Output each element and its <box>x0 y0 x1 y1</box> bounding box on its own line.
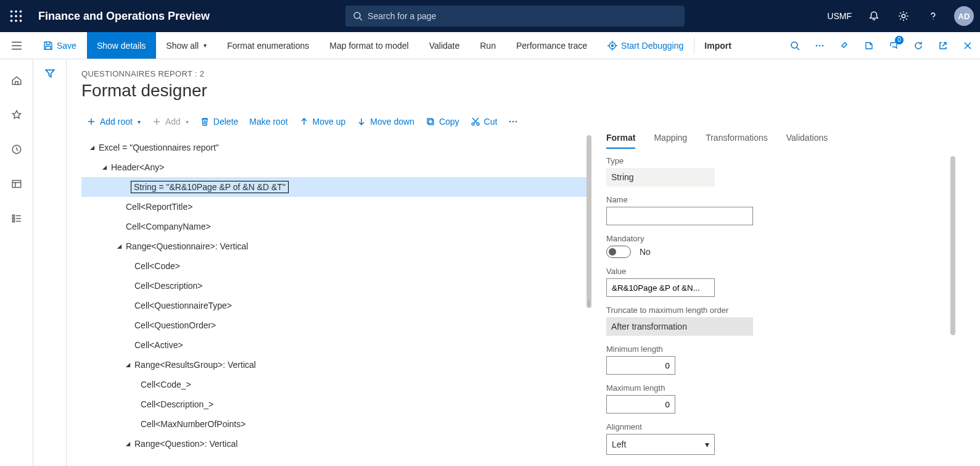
tree-row[interactable]: Cell<MaxNumberOfPoints> <box>81 414 588 434</box>
make-root-button[interactable]: Make root <box>249 117 287 127</box>
expand-arrow-icon[interactable] <box>115 244 123 249</box>
tree-row[interactable]: Cell<QuestionOrder> <box>81 315 588 335</box>
chevron-down-icon: ▾ <box>204 42 207 49</box>
validate-button[interactable]: Validate <box>419 32 471 59</box>
tab-validations[interactable]: Validations <box>786 133 828 149</box>
tree-row[interactable]: Cell<Code_> <box>81 375 588 394</box>
format-tree: Excel = "Questionnaires report"Header<An… <box>81 133 588 454</box>
search-icon <box>353 11 363 21</box>
plus-icon <box>86 117 96 127</box>
tab-format[interactable]: Format <box>606 133 635 149</box>
popout-icon[interactable] <box>931 32 955 59</box>
show-details-button[interactable]: Show details <box>87 32 156 59</box>
tree-row[interactable]: Cell<QuestionnaireType> <box>81 296 588 315</box>
tree-row[interactable]: Cell<Description> <box>81 276 588 296</box>
svg-point-6 <box>10 20 13 22</box>
company-picker[interactable]: USMF <box>822 11 857 21</box>
map-format-to-model-button[interactable]: Map format to model <box>319 32 419 59</box>
attachments-icon[interactable] <box>832 32 857 59</box>
svg-point-9 <box>354 12 360 19</box>
notifications-icon[interactable] <box>862 4 886 28</box>
help-icon[interactable] <box>921 4 945 28</box>
tree-row[interactable]: Range<Questionnaire>: Vertical <box>81 236 588 256</box>
search-input[interactable]: Search for a page <box>345 6 685 27</box>
tree-row[interactable]: Cell<CompanyName> <box>81 217 588 236</box>
app-launcher-icon[interactable] <box>0 10 32 22</box>
expand-arrow-icon[interactable] <box>100 165 109 170</box>
messages-icon[interactable]: 0 <box>881 32 906 59</box>
home-icon[interactable] <box>4 70 29 90</box>
tree-row[interactable]: Cell<Code> <box>81 256 588 276</box>
splitter-handle[interactable]: || <box>588 299 588 306</box>
minlen-input[interactable] <box>606 356 675 375</box>
value-input[interactable] <box>606 278 715 297</box>
avatar[interactable]: AD <box>954 6 974 26</box>
action-search-icon[interactable] <box>783 32 807 59</box>
maxlen-input[interactable] <box>606 395 675 414</box>
tree-row[interactable]: Excel = "Questionnaires report" <box>81 138 588 157</box>
add-root-button[interactable]: Add root ▾ <box>86 117 141 127</box>
tree-row[interactable]: String = "&R&10Page &P of &N &D &T" <box>81 177 588 197</box>
form-scrollbar[interactable] <box>950 156 955 335</box>
minlen-label: Minimum length <box>606 344 947 354</box>
tree-node-label: Range<Question>: Vertical <box>134 439 237 449</box>
close-icon[interactable] <box>955 32 980 59</box>
import-button[interactable]: Import <box>694 32 742 59</box>
more-actions-icon[interactable] <box>807 32 832 59</box>
copy-button[interactable]: Copy <box>426 117 459 127</box>
save-icon <box>43 41 53 51</box>
run-button[interactable]: Run <box>470 32 506 59</box>
messages-badge: 0 <box>895 36 904 44</box>
move-down-button[interactable]: Move down <box>356 117 414 127</box>
format-enumerations-button[interactable]: Format enumerations <box>217 32 319 59</box>
tree-row[interactable]: Header<Any> <box>81 157 588 177</box>
tree-node-label: Cell<QuestionOrder> <box>134 320 216 330</box>
save-button[interactable]: Save <box>33 32 87 59</box>
svg-rect-29 <box>12 218 14 219</box>
truncate-value[interactable]: After transformation <box>606 317 753 336</box>
expand-arrow-icon[interactable] <box>88 145 96 151</box>
more-toolbar-icon[interactable] <box>508 117 518 127</box>
svg-point-19 <box>816 44 818 46</box>
performance-trace-button[interactable]: Performance trace <box>506 32 598 59</box>
refresh-icon[interactable] <box>906 32 931 59</box>
tree-row[interactable]: Cell<ReportTitle> <box>81 197 588 217</box>
name-input[interactable] <box>606 207 753 225</box>
workspaces-icon[interactable] <box>4 174 29 194</box>
add-button: Add ▾ <box>152 117 189 127</box>
name-label: Name <box>606 195 947 204</box>
tree-node-label: String = "&R&10Page &P of &N &D &T" <box>131 181 289 193</box>
favorites-icon[interactable] <box>4 105 29 125</box>
tree-row[interactable]: Cell<Active> <box>81 335 588 355</box>
alignment-select[interactable]: Left ▾ <box>606 434 715 455</box>
tab-transformations[interactable]: Transformations <box>706 133 768 149</box>
start-debugging-button[interactable]: Start Debugging <box>598 32 694 59</box>
arrow-up-icon <box>299 117 309 127</box>
tree-row[interactable]: Range<Question>: Vertical <box>81 434 588 454</box>
show-all-button[interactable]: Show all ▾ <box>156 32 217 59</box>
plus-icon <box>152 117 162 127</box>
expand-arrow-icon[interactable] <box>123 362 132 368</box>
delete-button[interactable]: Delete <box>200 117 238 127</box>
tree-node-label: Cell<Description> <box>134 281 203 291</box>
svg-point-42 <box>509 121 511 123</box>
hamburger-icon[interactable] <box>0 32 33 59</box>
modules-icon[interactable] <box>4 209 29 228</box>
cut-button[interactable]: Cut <box>471 117 498 127</box>
svg-rect-38 <box>427 119 432 123</box>
expand-arrow-icon[interactable] <box>123 441 132 447</box>
recent-icon[interactable] <box>4 139 29 159</box>
tree-node-label: Cell<ReportTitle> <box>126 202 192 212</box>
mandatory-toggle[interactable] <box>606 246 631 258</box>
tree-node-label: Excel = "Questionnaires report" <box>99 143 219 152</box>
filter-icon[interactable] <box>44 68 56 466</box>
gear-icon[interactable] <box>891 4 916 28</box>
tree-row[interactable]: Cell<Description_> <box>81 394 588 414</box>
office-icon[interactable] <box>857 32 881 59</box>
tree-row[interactable]: Range<ResultsGroup>: Vertical <box>81 355 588 375</box>
move-up-button[interactable]: Move up <box>299 117 346 127</box>
tree-scrollbar[interactable] <box>587 135 591 308</box>
tab-mapping[interactable]: Mapping <box>654 133 687 149</box>
type-label: Type <box>606 156 947 165</box>
mandatory-value: No <box>640 247 651 257</box>
